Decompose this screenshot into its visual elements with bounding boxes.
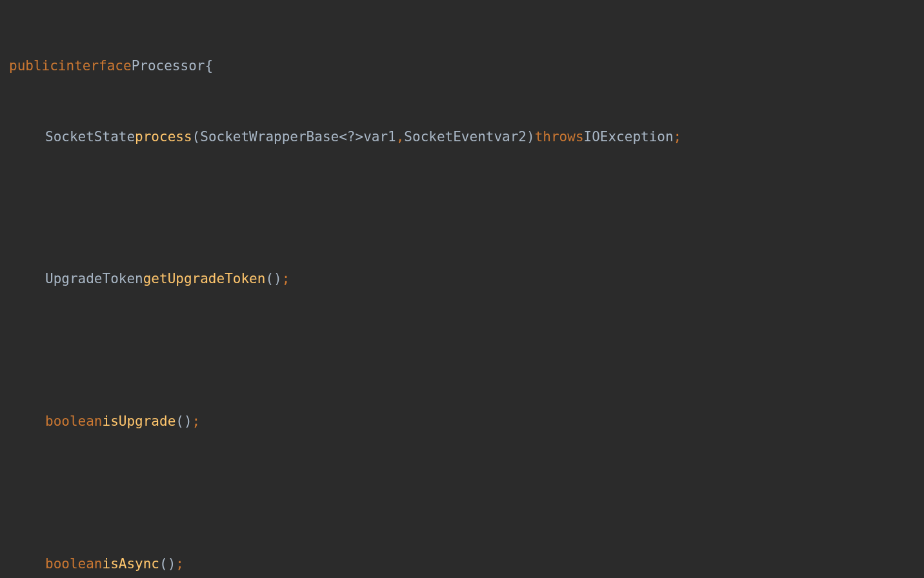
method-name: isAsync <box>103 552 160 576</box>
semicolon: ; <box>282 267 290 291</box>
code-line: public interface Processor { <box>0 54 924 78</box>
parens: () <box>176 410 192 434</box>
semicolon: ; <box>176 552 184 576</box>
method-name: process <box>135 125 192 149</box>
method-name: isUpgrade <box>103 410 176 434</box>
brace-open: { <box>205 54 213 78</box>
param-type: SocketWrapperBase<?> <box>200 125 363 149</box>
semicolon: ; <box>674 125 682 149</box>
comma: , <box>396 125 405 149</box>
paren-open: ( <box>192 125 201 149</box>
param-name: var2 <box>494 125 527 149</box>
parens: () <box>159 552 176 576</box>
parens: () <box>265 267 281 291</box>
keyword-interface: interface <box>58 54 132 78</box>
keyword-boolean: boolean <box>45 552 103 576</box>
paren-close: ) <box>527 125 535 149</box>
keyword-boolean: boolean <box>45 410 103 434</box>
code-line: SocketState process(SocketWrapperBase<?>… <box>0 125 924 149</box>
code-line: UpgradeToken getUpgradeToken(); <box>0 267 924 291</box>
code-line: boolean isUpgrade(); <box>0 410 924 434</box>
keyword-public: public <box>9 54 58 78</box>
code-line: boolean isAsync(); <box>0 552 924 576</box>
code-editor[interactable]: public interface Processor { SocketState… <box>0 6 924 578</box>
method-name: getUpgradeToken <box>143 267 266 291</box>
param-name: var1 <box>363 125 396 149</box>
return-type: SocketState <box>45 125 135 149</box>
code-line-blank <box>0 196 924 220</box>
return-type: UpgradeToken <box>45 267 143 291</box>
semicolon: ; <box>192 410 201 434</box>
param-type: SocketEvent <box>404 125 494 149</box>
interface-name: Processor <box>132 54 205 78</box>
exception-type: IOException <box>584 125 674 149</box>
code-line-blank <box>0 339 924 363</box>
code-line-blank <box>0 481 924 504</box>
keyword-throws: throws <box>535 125 584 149</box>
